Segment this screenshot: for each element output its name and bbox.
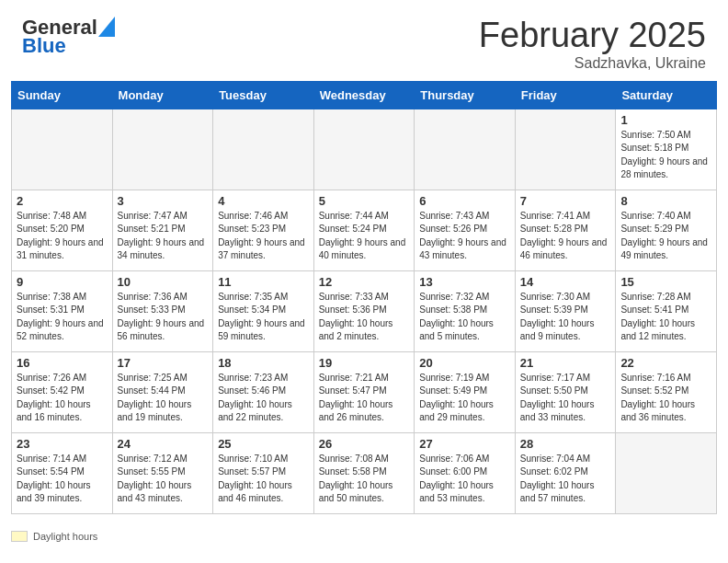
day-detail: Sunrise: 7:06 AM Sunset: 6:00 PM Dayligh… [419, 453, 510, 506]
calendar-week-row: 9Sunrise: 7:38 AM Sunset: 5:31 PM Daylig… [12, 270, 717, 351]
calendar-day-cell: 11Sunrise: 7:35 AM Sunset: 5:34 PM Dayli… [213, 270, 314, 351]
logo-blue-text: Blue [22, 35, 66, 57]
calendar-day-cell: 2Sunrise: 7:48 AM Sunset: 5:20 PM Daylig… [12, 190, 113, 270]
day-number: 4 [218, 194, 309, 208]
logo: General Blue [22, 17, 115, 57]
day-number: 21 [520, 356, 611, 370]
day-number: 23 [17, 437, 108, 451]
calendar-day-cell: 8Sunrise: 7:40 AM Sunset: 5:29 PM Daylig… [616, 190, 717, 270]
legend: Daylight hours [0, 525, 728, 547]
calendar-header-row: SundayMondayTuesdayWednesdayThursdayFrid… [12, 81, 717, 109]
day-number: 17 [118, 356, 209, 370]
day-number: 26 [319, 437, 410, 451]
day-detail: Sunrise: 7:10 AM Sunset: 5:57 PM Dayligh… [218, 453, 309, 506]
calendar-day-header: Friday [515, 81, 616, 109]
calendar-day-cell: 26Sunrise: 7:08 AM Sunset: 5:58 PM Dayli… [313, 432, 415, 513]
calendar-day-cell: 7Sunrise: 7:41 AM Sunset: 5:28 PM Daylig… [515, 190, 616, 270]
calendar-day-cell: 28Sunrise: 7:04 AM Sunset: 6:02 PM Dayli… [515, 432, 616, 513]
day-number: 20 [419, 356, 510, 370]
day-number: 2 [17, 194, 108, 208]
calendar-week-row: 23Sunrise: 7:14 AM Sunset: 5:54 PM Dayli… [12, 432, 717, 513]
calendar-day-header: Saturday [616, 81, 717, 109]
day-number: 8 [620, 194, 711, 208]
day-detail: Sunrise: 7:35 AM Sunset: 5:34 PM Dayligh… [218, 291, 309, 344]
day-number: 16 [17, 356, 108, 370]
calendar-day-cell: 14Sunrise: 7:30 AM Sunset: 5:39 PM Dayli… [515, 270, 616, 351]
calendar-day-cell: 22Sunrise: 7:16 AM Sunset: 5:52 PM Dayli… [616, 351, 717, 432]
day-number: 6 [419, 194, 510, 208]
calendar-day-cell [415, 109, 516, 190]
day-detail: Sunrise: 7:38 AM Sunset: 5:31 PM Dayligh… [17, 291, 108, 344]
day-number: 19 [319, 356, 410, 370]
day-number: 25 [218, 437, 309, 451]
day-number: 11 [218, 275, 309, 289]
day-detail: Sunrise: 7:48 AM Sunset: 5:20 PM Dayligh… [17, 210, 108, 263]
day-detail: Sunrise: 7:43 AM Sunset: 5:26 PM Dayligh… [419, 210, 510, 263]
calendar-day-cell: 23Sunrise: 7:14 AM Sunset: 5:54 PM Dayli… [12, 432, 113, 513]
calendar-day-cell: 12Sunrise: 7:33 AM Sunset: 5:36 PM Dayli… [313, 270, 415, 351]
day-detail: Sunrise: 7:25 AM Sunset: 5:44 PM Dayligh… [118, 372, 209, 425]
calendar-day-cell: 13Sunrise: 7:32 AM Sunset: 5:38 PM Dayli… [415, 270, 516, 351]
calendar-day-cell: 4Sunrise: 7:46 AM Sunset: 5:23 PM Daylig… [213, 190, 314, 270]
calendar-week-row: 1Sunrise: 7:50 AM Sunset: 5:18 PM Daylig… [12, 109, 717, 190]
day-number: 22 [620, 356, 711, 370]
calendar-day-cell [112, 109, 213, 190]
day-number: 1 [620, 113, 711, 127]
day-number: 9 [17, 275, 108, 289]
day-detail: Sunrise: 7:23 AM Sunset: 5:46 PM Dayligh… [218, 372, 309, 425]
day-detail: Sunrise: 7:12 AM Sunset: 5:55 PM Dayligh… [118, 453, 209, 506]
day-number: 18 [218, 356, 309, 370]
day-number: 15 [620, 275, 711, 289]
calendar-day-cell: 5Sunrise: 7:44 AM Sunset: 5:24 PM Daylig… [313, 190, 415, 270]
header: General Blue February 2025 Sadzhavka, Uk… [0, 0, 728, 81]
day-detail: Sunrise: 7:04 AM Sunset: 6:02 PM Dayligh… [520, 453, 611, 506]
calendar-day-cell [12, 109, 113, 190]
calendar-title: February 2025 [479, 17, 706, 55]
calendar-day-cell: 16Sunrise: 7:26 AM Sunset: 5:42 PM Dayli… [12, 351, 113, 432]
calendar-day-cell [213, 109, 314, 190]
calendar-day-cell: 21Sunrise: 7:17 AM Sunset: 5:50 PM Dayli… [515, 351, 616, 432]
day-number: 24 [118, 437, 209, 451]
day-detail: Sunrise: 7:28 AM Sunset: 5:41 PM Dayligh… [620, 291, 711, 344]
calendar-day-header: Thursday [415, 81, 516, 109]
calendar-day-cell: 27Sunrise: 7:06 AM Sunset: 6:00 PM Dayli… [415, 432, 516, 513]
day-detail: Sunrise: 7:08 AM Sunset: 5:58 PM Dayligh… [319, 453, 410, 506]
calendar-day-cell [313, 109, 415, 190]
calendar-day-cell: 24Sunrise: 7:12 AM Sunset: 5:55 PM Dayli… [112, 432, 213, 513]
calendar-day-cell: 6Sunrise: 7:43 AM Sunset: 5:26 PM Daylig… [415, 190, 516, 270]
day-number: 28 [520, 437, 611, 451]
calendar-day-cell: 25Sunrise: 7:10 AM Sunset: 5:57 PM Dayli… [213, 432, 314, 513]
day-detail: Sunrise: 7:46 AM Sunset: 5:23 PM Dayligh… [218, 210, 309, 263]
calendar-day-cell: 15Sunrise: 7:28 AM Sunset: 5:41 PM Dayli… [616, 270, 717, 351]
calendar-day-header: Wednesday [313, 81, 415, 109]
calendar-subtitle: Sadzhavka, Ukraine [479, 55, 706, 72]
calendar-day-cell: 17Sunrise: 7:25 AM Sunset: 5:44 PM Dayli… [112, 351, 213, 432]
day-detail: Sunrise: 7:21 AM Sunset: 5:47 PM Dayligh… [319, 372, 410, 425]
calendar-day-header: Monday [112, 81, 213, 109]
day-detail: Sunrise: 7:47 AM Sunset: 5:21 PM Dayligh… [118, 210, 209, 263]
day-detail: Sunrise: 7:26 AM Sunset: 5:42 PM Dayligh… [17, 372, 108, 425]
logo-arrow-icon [98, 17, 115, 37]
day-detail: Sunrise: 7:16 AM Sunset: 5:52 PM Dayligh… [620, 372, 711, 425]
day-detail: Sunrise: 7:30 AM Sunset: 5:39 PM Dayligh… [520, 291, 611, 344]
day-detail: Sunrise: 7:44 AM Sunset: 5:24 PM Dayligh… [319, 210, 410, 263]
day-detail: Sunrise: 7:50 AM Sunset: 5:18 PM Dayligh… [620, 129, 711, 182]
day-detail: Sunrise: 7:14 AM Sunset: 5:54 PM Dayligh… [17, 453, 108, 506]
day-detail: Sunrise: 7:33 AM Sunset: 5:36 PM Dayligh… [319, 291, 410, 344]
svg-marker-0 [98, 17, 115, 37]
day-number: 5 [319, 194, 410, 208]
calendar-day-cell [515, 109, 616, 190]
day-number: 12 [319, 275, 410, 289]
calendar-day-header: Tuesday [213, 81, 314, 109]
calendar-table: SundayMondayTuesdayWednesdayThursdayFrid… [11, 81, 717, 514]
legend-box [11, 531, 28, 542]
day-number: 10 [118, 275, 209, 289]
calendar-day-cell: 18Sunrise: 7:23 AM Sunset: 5:46 PM Dayli… [213, 351, 314, 432]
day-detail: Sunrise: 7:19 AM Sunset: 5:49 PM Dayligh… [419, 372, 510, 425]
calendar-day-cell: 9Sunrise: 7:38 AM Sunset: 5:31 PM Daylig… [12, 270, 113, 351]
title-block: February 2025 Sadzhavka, Ukraine [479, 17, 706, 72]
day-detail: Sunrise: 7:40 AM Sunset: 5:29 PM Dayligh… [620, 210, 711, 263]
day-number: 3 [118, 194, 209, 208]
day-number: 27 [419, 437, 510, 451]
day-detail: Sunrise: 7:41 AM Sunset: 5:28 PM Dayligh… [520, 210, 611, 263]
